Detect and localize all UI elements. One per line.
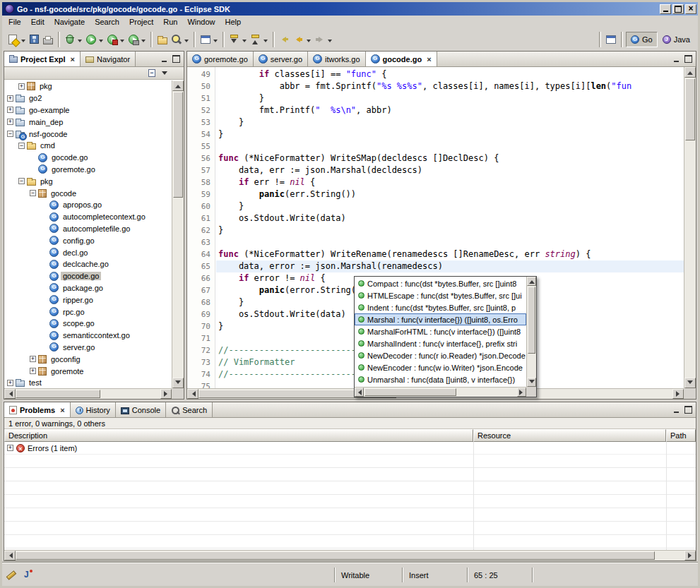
scrollbar-thumb[interactable] xyxy=(364,388,456,396)
editor-vertical-scrollbar[interactable] xyxy=(684,67,696,388)
editor-tab-goremote-go[interactable]: goremote.go xyxy=(187,52,254,66)
column-header-resource[interactable]: Resource xyxy=(473,429,666,442)
scroll-left-button[interactable] xyxy=(4,551,16,560)
new-window-button[interactable] xyxy=(198,31,220,48)
run-button[interactable] xyxy=(84,31,105,48)
tree-item-gocode[interactable]: −gocode xyxy=(4,187,172,199)
perspective-java-button[interactable]: Java xyxy=(658,32,695,47)
search-dropdown-arrow[interactable] xyxy=(184,40,189,44)
code-line-53[interactable]: } xyxy=(216,116,684,128)
open-folder-button[interactable] xyxy=(155,31,170,48)
title-bar[interactable]: Go - nsf-gocode/src/pkg/gocode/gocode.go… xyxy=(2,2,698,16)
tree-item-pkg[interactable]: −pkg xyxy=(4,175,172,187)
tree-item-package-go[interactable]: package.go xyxy=(4,282,172,294)
maximize-editor-icon[interactable] xyxy=(683,54,693,64)
menu-search[interactable]: Search xyxy=(90,16,124,28)
scroll-left-button[interactable] xyxy=(355,388,364,397)
minus-expander-icon[interactable]: − xyxy=(18,178,25,184)
column-header-path[interactable]: Path xyxy=(666,429,696,442)
minimize-button[interactable] xyxy=(660,4,671,14)
run-history-dropdown-arrow[interactable] xyxy=(120,40,124,44)
editor-tab-gocode-go[interactable]: gocode.go× xyxy=(366,52,437,66)
next-annotation-dropdown-arrow[interactable] xyxy=(242,40,247,44)
menu-edit[interactable]: Edit xyxy=(26,16,49,28)
tree-item-go2[interactable]: +go2 xyxy=(4,92,172,104)
explorer-tab-project-expl[interactable]: Project Expl× xyxy=(4,52,81,66)
explorer-tab-navigator[interactable]: Navigator xyxy=(81,52,136,66)
previous-annotation-dropdown-arrow[interactable] xyxy=(263,40,268,44)
close-icon[interactable]: × xyxy=(427,55,431,64)
explorer-horizontal-scrollbar[interactable] xyxy=(4,388,172,399)
tree-item-rpc-go[interactable]: rpc.go xyxy=(4,306,172,318)
tree-item-autocompletefile-go[interactable]: autocompletefile.go xyxy=(4,223,172,235)
code-line-56[interactable]: func (*NiceFormatter) WriteSMap(decldesc… xyxy=(216,152,684,164)
close-button[interactable] xyxy=(685,4,696,14)
autocomplete-horizontal-scrollbar[interactable] xyxy=(355,387,526,397)
code-line-57[interactable]: data, err := json.Marshal(decldescs) xyxy=(216,164,684,176)
run-dropdown-arrow[interactable] xyxy=(99,40,103,44)
tree-item-apropos-go[interactable]: apropos.go xyxy=(4,199,172,211)
minimize-view-icon[interactable] xyxy=(671,405,681,414)
menu-navigate[interactable]: Navigate xyxy=(49,16,90,28)
tree-item-goremote-go[interactable]: goremote.go xyxy=(4,164,172,176)
scrollbar-thumb[interactable] xyxy=(685,78,695,140)
problems-horizontal-scrollbar[interactable] xyxy=(4,550,696,560)
back-dropdown-arrow[interactable] xyxy=(307,40,311,44)
menu-run[interactable]: Run xyxy=(158,16,182,28)
tree-item-server-go[interactable]: server.go xyxy=(4,342,172,354)
autocomplete-item[interactable]: Unmarshal : func(data []uint8, v interfa… xyxy=(355,373,526,385)
debug-button[interactable] xyxy=(63,31,84,48)
autocomplete-item[interactable]: Indent : func(dst *bytes.Buffer, src []u… xyxy=(355,301,526,313)
previous-annotation-button[interactable] xyxy=(249,31,270,48)
print-button[interactable] xyxy=(41,31,55,48)
new-dropdown-arrow[interactable] xyxy=(21,40,25,44)
code-line-51[interactable]: } xyxy=(216,92,684,104)
minimize-editor-icon[interactable] xyxy=(671,54,681,64)
close-icon[interactable]: × xyxy=(60,406,64,414)
scroll-up-button[interactable] xyxy=(527,277,536,286)
autocomplete-item[interactable]: HTMLEscape : func(dst *bytes.Buffer, src… xyxy=(355,289,526,301)
tree-item-test[interactable]: +test xyxy=(4,377,172,388)
back-button[interactable] xyxy=(292,31,313,48)
autocomplete-item[interactable]: Marshal : func(v interface{}) ([]uint8, … xyxy=(355,313,526,325)
run-history-button[interactable] xyxy=(105,31,126,48)
minimize-view-icon[interactable] xyxy=(159,54,169,64)
plus-expander-icon[interactable]: + xyxy=(30,368,36,374)
scroll-up-button[interactable] xyxy=(684,67,696,78)
tree-item-pkg[interactable]: +pkg xyxy=(4,80,172,92)
explorer-vertical-scrollbar[interactable] xyxy=(172,80,184,388)
new-button[interactable] xyxy=(5,31,28,48)
save-button[interactable] xyxy=(28,31,41,48)
menu-window[interactable]: Window xyxy=(182,16,220,28)
scrollbar-thumb[interactable] xyxy=(528,287,535,354)
code-line-62[interactable]: } xyxy=(216,224,684,236)
tree-item-config-go[interactable]: config.go xyxy=(4,234,172,246)
close-icon[interactable]: × xyxy=(71,55,75,64)
plus-expander-icon[interactable]: + xyxy=(7,380,13,386)
scroll-up-button[interactable] xyxy=(172,80,184,91)
scrollbar-thumb[interactable] xyxy=(16,551,655,560)
tree-item-main-dep[interactable]: +main_dep xyxy=(4,116,172,128)
tree-item-nsf-gocode[interactable]: −nsf-gocode xyxy=(4,128,172,140)
menu-help[interactable]: Help xyxy=(220,16,247,28)
scroll-down-button[interactable] xyxy=(172,378,184,388)
tree-item-scope-go[interactable]: scope.go xyxy=(4,318,172,330)
plus-expander-icon[interactable]: + xyxy=(7,95,13,102)
problems-row-errors-1-item[interactable]: +Errors (1 item) xyxy=(4,442,696,455)
tree-item-ripper-go[interactable]: ripper.go xyxy=(4,294,172,306)
collapse-all-icon[interactable] xyxy=(147,68,157,78)
bottom-tab-history[interactable]: History xyxy=(71,402,116,417)
scroll-left-button[interactable] xyxy=(187,389,198,399)
scroll-right-button[interactable] xyxy=(684,551,696,560)
minus-expander-icon[interactable]: − xyxy=(30,190,36,196)
tree-item-gocode-go[interactable]: gocode.go xyxy=(4,270,172,282)
plus-expander-icon[interactable]: + xyxy=(7,107,13,113)
open-perspective-button[interactable] xyxy=(604,31,618,48)
maximize-button[interactable] xyxy=(672,4,684,14)
scroll-right-button[interactable] xyxy=(160,389,172,399)
scroll-down-button[interactable] xyxy=(527,378,536,387)
new-window-dropdown-arrow[interactable] xyxy=(213,40,218,44)
external-tools-dropdown-arrow[interactable] xyxy=(141,40,146,44)
tree-item-goremote[interactable]: +goremote xyxy=(4,365,172,377)
scrollbar-thumb[interactable] xyxy=(16,390,100,398)
